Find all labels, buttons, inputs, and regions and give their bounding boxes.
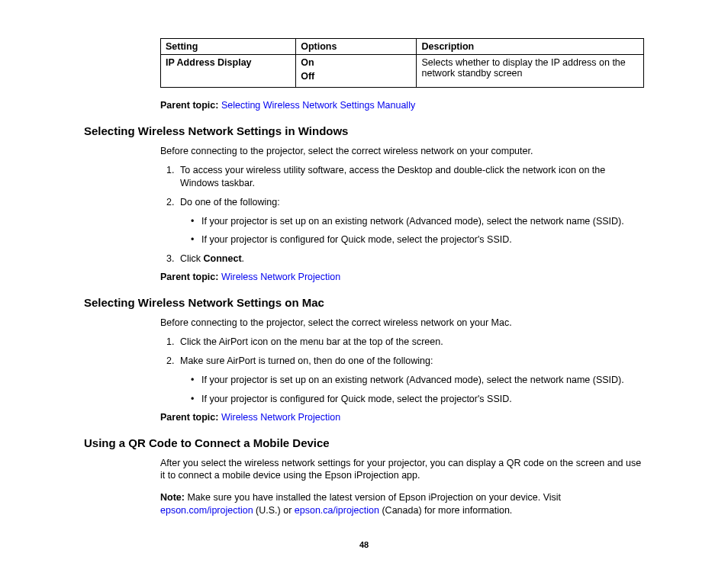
table-row: IP Address Display On Off Selects whethe… (161, 55, 644, 88)
steps-windows: To access your wireless utility software… (160, 164, 644, 265)
parent-topic-label: Parent topic: (160, 100, 218, 111)
note-text: (Canada) for more information. (379, 505, 512, 516)
note-text: (U.S.) or (253, 505, 295, 516)
list-item: Do one of the following: If your project… (177, 196, 644, 247)
settings-table: Setting Options Description IP Address D… (160, 38, 644, 88)
parent-topic-label: Parent topic: (160, 412, 218, 423)
cell-options: On Off (296, 55, 417, 88)
link-epson-us[interactable]: epson.com/iprojection (160, 505, 253, 516)
cell-description: Selects whether to display the IP addres… (417, 55, 644, 88)
th-description: Description (417, 39, 644, 55)
parent-topic: Parent topic: Wireless Network Projectio… (160, 412, 644, 423)
page-number: 48 (0, 540, 728, 549)
note-text: Make sure you have installed the latest … (185, 492, 561, 503)
list-item: If your projector is set up on an existi… (194, 215, 644, 228)
intro-windows: Before connecting to the projector, sele… (160, 145, 644, 158)
list-item: If your projector is set up on an existi… (194, 374, 644, 387)
intro-mac: Before connecting to the projector, sele… (160, 317, 644, 330)
list-item: Click the AirPort icon on the menu bar a… (177, 336, 644, 349)
step-text: . (242, 253, 244, 264)
heading-mac: Selecting Wireless Network Settings on M… (84, 296, 644, 309)
option-on: On (301, 57, 411, 68)
cell-setting: IP Address Display (161, 55, 296, 88)
option-off: Off (301, 71, 411, 82)
parent-topic-link[interactable]: Wireless Network Projection (221, 412, 340, 423)
heading-windows: Selecting Wireless Network Settings in W… (84, 124, 644, 137)
parent-topic: Parent topic: Selecting Wireless Network… (160, 100, 644, 111)
parent-topic-label: Parent topic: (160, 272, 218, 282)
list-item: If your projector is configured for Quic… (194, 233, 644, 246)
th-setting: Setting (161, 39, 296, 55)
note-qr: Note: Make sure you have installed the l… (160, 491, 644, 517)
note-label: Note: (160, 492, 185, 503)
list-item: Click Connect. (177, 253, 644, 265)
sublist: If your projector is set up on an existi… (180, 215, 644, 247)
parent-topic-link[interactable]: Selecting Wireless Network Settings Manu… (221, 100, 415, 111)
connect-label: Connect (204, 253, 242, 264)
heading-qr: Using a QR Code to Connect a Mobile Devi… (84, 436, 644, 449)
th-options: Options (296, 39, 417, 55)
steps-mac: Click the AirPort icon on the menu bar a… (160, 336, 644, 406)
link-epson-ca[interactable]: epson.ca/iprojection (295, 505, 379, 516)
intro-qr: After you select the wireless network se… (160, 457, 644, 483)
parent-topic: Parent topic: Wireless Network Projectio… (160, 272, 644, 282)
step-text: Do one of the following: (180, 197, 280, 208)
list-item: If your projector is configured for Quic… (194, 393, 644, 406)
sublist: If your projector is set up on an existi… (180, 374, 644, 406)
step-text: Click (180, 253, 204, 264)
parent-topic-link[interactable]: Wireless Network Projection (221, 272, 340, 282)
step-text: Make sure AirPort is turned on, then do … (180, 355, 433, 366)
list-item: To access your wireless utility software… (177, 164, 644, 190)
list-item: Make sure AirPort is turned on, then do … (177, 355, 644, 406)
